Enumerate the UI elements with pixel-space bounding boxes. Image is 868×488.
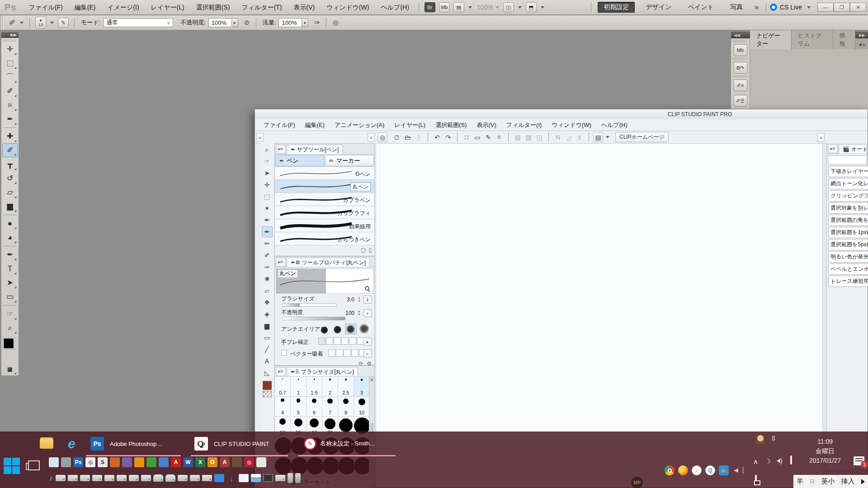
view-extras-caret[interactable] — [468, 6, 472, 9]
ps-tool-history-brush[interactable]: ↺ — [2, 171, 18, 185]
word-icon[interactable]: W — [183, 457, 193, 467]
autoaction-4[interactable]: 選択範囲の角を — [828, 215, 868, 226]
autoaction-2[interactable]: クリッピングフォルダ — [828, 190, 868, 202]
drive-icon[interactable] — [104, 475, 114, 481]
ruler-curve-icon[interactable]: ◿ — [564, 132, 574, 142]
monitor-icon[interactable] — [134, 457, 144, 467]
outlook-icon[interactable]: O — [208, 457, 217, 467]
csp-tool-text[interactable]: A — [262, 356, 273, 366]
drive-icon[interactable] — [275, 475, 285, 481]
select-dots-icon[interactable]: ∷ — [462, 132, 472, 142]
drive-icon[interactable] — [68, 475, 78, 481]
csp-tool-auto-select[interactable]: ✶ — [262, 203, 273, 214]
clip-studio-icon[interactable]: S — [98, 457, 108, 467]
drive-icon[interactable] — [80, 475, 90, 481]
foreground-color-swatch[interactable] — [3, 338, 14, 349]
clip-spiral-icon[interactable]: ◎ — [85, 457, 95, 467]
palette-collapse-left-icon[interactable]: « — [256, 133, 264, 142]
ps-tool-hand[interactable]: ☞ — [2, 307, 18, 321]
csp-tool-move-layer[interactable]: ✛ — [262, 179, 273, 190]
toolbar-collapse-arrows[interactable]: ▶▶ — [1, 32, 19, 38]
media-player-icon[interactable]: ▶ — [719, 465, 729, 475]
autoaction-3[interactable]: 選択対象を別レ — [828, 202, 868, 214]
panel-menu-icon[interactable]: ▼≡ — [855, 41, 868, 49]
right-dock-collapse-icon[interactable]: » — [817, 133, 825, 142]
calculator-icon[interactable] — [61, 457, 71, 467]
flow-spinner[interactable]: ▸ — [302, 18, 308, 27]
csp-menu-0[interactable]: ファイル(F) — [259, 119, 300, 131]
brush-size-0.7[interactable]: 0.7 — [275, 377, 291, 397]
csp-menu-2[interactable]: アニメーション(A) — [330, 119, 389, 131]
brush-presets-panel-icon[interactable]: ✐≡ — [734, 80, 747, 91]
brush-size-4[interactable]: 4 — [275, 397, 291, 417]
quick-mask-icon[interactable]: ◙ — [2, 364, 18, 375]
palette-collapse-icon[interactable]: « — [368, 133, 375, 142]
main-color-swatch[interactable] — [263, 381, 272, 390]
subtool-item-2[interactable]: カブラペン — [275, 193, 374, 206]
ime-expand-arrow[interactable] — [861, 479, 865, 484]
notification-center-icon[interactable]: 1 — [854, 456, 864, 465]
quicktime-icon[interactable]: Q — [705, 465, 715, 475]
brush-tool-icon[interactable]: ✐ — [7, 18, 17, 28]
start-button[interactable] — [4, 458, 22, 476]
toolprop-tab-header[interactable]: ✒⚙ ツールプロパティ[丸ペン] — [287, 258, 370, 267]
chrome-icon[interactable] — [665, 465, 675, 475]
tablet-opacity-icon[interactable]: ⊘ — [242, 18, 252, 28]
brush-size-3[interactable]: 3 — [354, 377, 370, 397]
tool-presets-panel-icon[interactable]: ✐☰ — [734, 95, 747, 107]
subtool-item-5[interactable]: ざらつきペン — [275, 232, 374, 245]
workspace-design[interactable]: デザイン — [640, 2, 677, 12]
restore-button[interactable]: ❐ — [834, 3, 850, 12]
ps-menu-7[interactable]: ウィンドウ(W) — [321, 4, 375, 11]
subtool-item-4[interactable]: 効果線用 — [275, 219, 374, 232]
autoaction-9[interactable]: トレース練習用コ — [828, 276, 868, 287]
search-icon[interactable] — [146, 457, 156, 467]
antialias-none[interactable] — [318, 324, 330, 335]
task-view-button[interactable] — [28, 460, 40, 470]
cs-live-button[interactable]: CS Live — [770, 4, 813, 11]
drive-icon[interactable] — [56, 475, 66, 481]
opacity-spinner[interactable]: ▲▼ — [357, 309, 362, 317]
mini-bridge-icon[interactable]: Mb — [439, 2, 450, 12]
csp-tool-line[interactable]: ╱ — [262, 344, 273, 355]
ime-bar[interactable]: 半 R 英小 挿入 — [793, 475, 868, 488]
ps-tool-zoom[interactable]: ⌕ — [2, 321, 18, 335]
ps-tool-burn[interactable]: ◕ — [2, 230, 18, 244]
clip-studio-titlebar[interactable]: CLIP STUDIO PAINT PRO — [255, 109, 868, 119]
usb-tray-icon[interactable]: ⇳ — [770, 434, 776, 443]
notepad-icon[interactable] — [49, 457, 59, 467]
document-icon[interactable] — [239, 474, 249, 482]
ps-tool-gradient[interactable]: ▆ — [2, 199, 18, 213]
bridge-icon[interactable]: Br — [425, 2, 435, 12]
ps-menu-1[interactable]: 編集(E) — [69, 4, 102, 11]
csp-tool-fill[interactable]: ◈ — [262, 309, 273, 319]
ime-hankaku[interactable]: 半 — [797, 477, 803, 486]
drive-icon[interactable] — [141, 475, 151, 481]
taskbar-photoshop-button[interactable]: Ps Adobe Photoshop ... — [90, 434, 163, 454]
ruler-n-icon[interactable]: N — [553, 132, 563, 142]
speaker-muted-icon[interactable]: ◄〡 — [732, 466, 747, 475]
tab-info[interactable]: 情報 — [833, 30, 856, 49]
csp-tool-operation[interactable]: ➤ — [262, 168, 273, 178]
opacity-spinner[interactable]: ▸ — [232, 18, 238, 27]
select-transform-icon[interactable]: ⌗ — [494, 132, 504, 142]
dock-collapse-left-icon[interactable]: ◀◀ — [734, 33, 740, 38]
network-icon[interactable] — [755, 476, 757, 483]
csp-menu-6[interactable]: フィルター(I) — [501, 119, 547, 131]
close-button[interactable]: ✕ — [850, 3, 866, 12]
csp-tool-blend[interactable]: ❖ — [262, 297, 273, 308]
csp-menu-7[interactable]: ウィンドウ(W) — [547, 119, 596, 131]
clock[interactable]: 11:09 金曜日 2017/01/27 — [805, 437, 845, 465]
ps-tool-eyedropper[interactable]: ✒ — [2, 112, 18, 126]
redo-icon[interactable]: ↷ — [443, 132, 453, 142]
csp-tool-eraser[interactable]: ▱ — [262, 285, 273, 296]
brush-size-1.5[interactable]: 1.5 — [307, 377, 322, 397]
brush-preset-picker[interactable]: ●13 — [35, 17, 46, 28]
volume-icon[interactable]: ) — [777, 457, 783, 465]
brush-size-2.5[interactable]: 2.5 — [338, 377, 354, 397]
csp-tool-brush[interactable]: ✐ — [262, 250, 273, 261]
ruler-grid-icon[interactable]: ♯ — [575, 132, 585, 142]
new-file-icon[interactable]: 🗋 — [392, 132, 402, 142]
subtool-item-3[interactable]: カリグラフィ — [275, 206, 374, 219]
ps-menu-6[interactable]: 表示(V) — [288, 4, 321, 11]
